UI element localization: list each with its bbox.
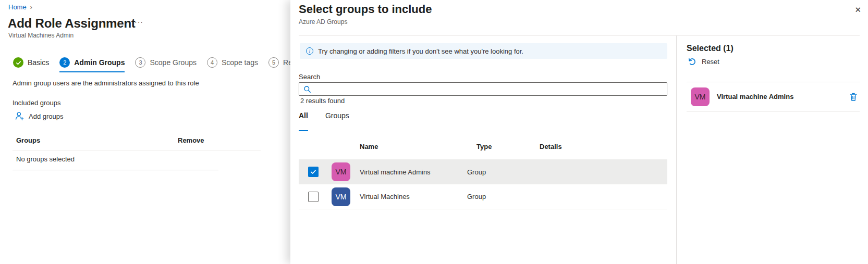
selected-section: Selected (1) Reset VM Virtual machine Ad…	[677, 35, 868, 264]
column-groups: Groups	[16, 136, 40, 144]
selected-group-name: Virtual machine Admins	[717, 93, 793, 100]
breadcrumb-home-link[interactable]: Home	[8, 3, 27, 11]
page-subtitle: Virtual Machines Admin	[8, 32, 74, 39]
filter-tab-groups[interactable]: Groups	[325, 111, 349, 124]
add-person-icon	[15, 111, 25, 121]
tab-review[interactable]: 5 Re	[268, 57, 292, 68]
search-box[interactable]	[299, 82, 667, 96]
tab-basics-label: Basics	[28, 58, 49, 67]
group-search-section: i Try changing or adding filters if you …	[299, 35, 667, 264]
info-banner: i Try changing or adding filters if you …	[300, 43, 667, 59]
search-icon	[303, 85, 311, 93]
step-2-icon: 2	[59, 57, 70, 68]
filter-tab-all[interactable]: All	[299, 111, 308, 124]
tab-description: Admin group users are the administrators…	[13, 79, 199, 87]
selected-heading: Selected (1)	[687, 44, 733, 53]
select-groups-panel: ✕ Select groups to include Azure AD Grou…	[290, 0, 868, 264]
avatar: VM	[332, 162, 350, 181]
tab-scope-groups[interactable]: 3 Scope Groups	[135, 57, 197, 68]
trash-icon	[849, 92, 858, 102]
tab-scope-tags-label: Scope tags	[222, 58, 258, 67]
wizard-tabs: Basics 2 Admin Groups 3 Scope Groups 4 S…	[13, 57, 292, 68]
group-list-header: Name Type Details	[299, 143, 667, 150]
column-details: Details	[540, 143, 562, 150]
step-4-icon: 4	[207, 57, 217, 68]
included-groups-label: Included groups	[13, 99, 61, 107]
info-icon: i	[306, 47, 313, 55]
tab-scope-tags[interactable]: 4 Scope tags	[207, 57, 258, 68]
column-name: Name	[360, 143, 476, 150]
tab-scope-groups-label: Scope Groups	[150, 58, 197, 67]
check-icon	[310, 169, 316, 175]
search-input[interactable]	[314, 83, 667, 95]
table-row[interactable]: VM Virtual machine Admins Group	[299, 159, 667, 184]
group-type: Group	[467, 168, 530, 176]
list-item: VM Virtual machine Admins	[687, 82, 860, 111]
add-groups-button[interactable]: Add groups	[15, 111, 64, 121]
reset-button[interactable]: Reset	[688, 57, 719, 66]
included-groups-table-header: Groups Remove	[13, 130, 261, 150]
step-5-icon: 5	[268, 57, 279, 68]
results-count: 2 results found	[300, 97, 345, 105]
breadcrumb-separator-icon: ›	[30, 4, 32, 11]
filter-tabs: All Groups	[299, 111, 349, 124]
tab-admin-groups[interactable]: 2 Admin Groups	[59, 57, 125, 68]
checkbox-checked[interactable]	[308, 167, 319, 177]
empty-groups-message: No groups selected	[13, 150, 218, 170]
checkbox-unchecked[interactable]	[308, 192, 319, 202]
remove-selected-button[interactable]	[849, 92, 858, 102]
tab-admin-groups-label: Admin Groups	[74, 58, 125, 67]
group-name: Virtual machine Admins	[360, 168, 467, 176]
group-name: Virtual Machines	[360, 193, 467, 200]
group-type: Group	[467, 193, 530, 200]
reset-label: Reset	[702, 58, 719, 66]
table-row[interactable]: VM Virtual Machines Group	[299, 184, 667, 209]
search-label: Search	[299, 73, 320, 81]
reset-icon	[688, 57, 696, 66]
panel-subtitle: Azure AD Groups	[299, 18, 347, 26]
breadcrumb: Home ›	[8, 3, 32, 11]
more-options-button[interactable]: ···	[135, 18, 143, 26]
group-list: VM Virtual machine Admins Group VM Virtu…	[299, 159, 667, 209]
check-circle-icon	[13, 57, 23, 68]
add-groups-label: Add groups	[29, 112, 64, 120]
close-icon[interactable]: ✕	[854, 6, 861, 14]
info-banner-text: Try changing or adding filters if you do…	[318, 47, 523, 55]
step-3-icon: 3	[135, 57, 145, 68]
included-groups-table: Groups Remove No groups selected	[13, 130, 261, 170]
page-title: Add Role Assignment	[8, 16, 136, 31]
avatar: VM	[691, 87, 710, 106]
column-type: Type	[476, 143, 540, 150]
avatar: VM	[332, 187, 350, 206]
tab-basics[interactable]: Basics	[13, 57, 49, 68]
column-remove: Remove	[178, 136, 204, 144]
panel-title: Select groups to include	[299, 3, 432, 16]
